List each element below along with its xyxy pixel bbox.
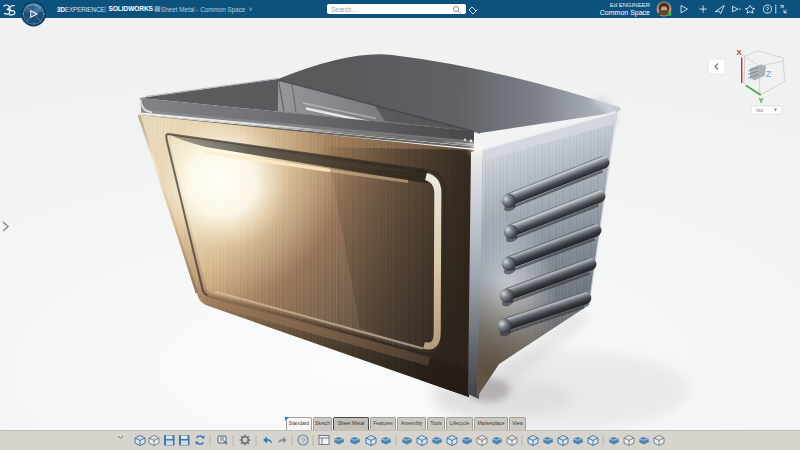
svg-text:Y: Y (759, 96, 764, 105)
svg-text:Z: Z (766, 69, 772, 79)
svg-text:X: X (737, 48, 742, 57)
svg-text:Iso: Iso (756, 107, 763, 113)
